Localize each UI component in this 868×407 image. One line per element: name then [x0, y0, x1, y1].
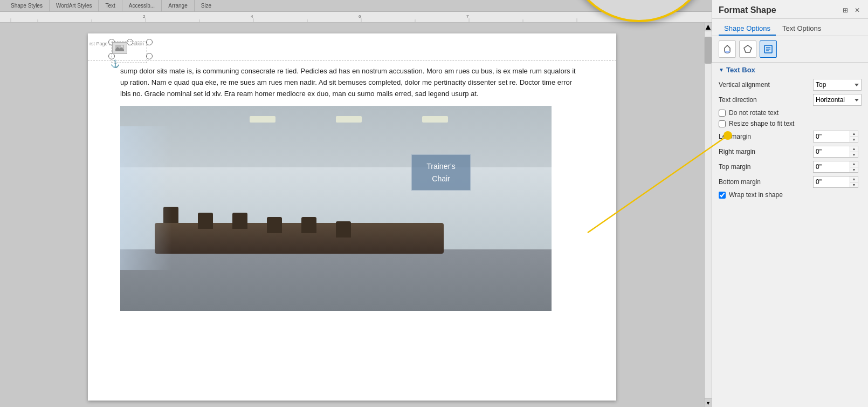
left-margin-spinner[interactable]: ▲ ▼	[850, 131, 858, 143]
top-margin-row: Top margin ▲ ▼	[712, 159, 868, 174]
resize-shape-row: Resize shape to fit text	[712, 118, 868, 129]
anchor-icon: ⚓	[111, 59, 120, 68]
pentagon-icon	[743, 44, 753, 54]
right-margin-input[interactable]	[813, 146, 850, 158]
textbox-options-icon-btn[interactable]	[760, 40, 777, 58]
page-content: sump dolor sits mate is, is communing co…	[88, 60, 616, 327]
conference-image: Trainer's Chair	[120, 106, 552, 311]
paragraph-body: sump dolor sits mate is, is communing co…	[120, 67, 576, 98]
vertical-scrollbar[interactable]: ▲ ▼	[704, 23, 712, 407]
ceiling-light-1	[250, 116, 275, 122]
scroll-thumb[interactable]	[705, 37, 712, 64]
do-not-rotate-label[interactable]: Do not rotate text	[729, 109, 779, 117]
tab-shape-options[interactable]: Shape Options	[719, 22, 776, 36]
do-not-rotate-checkbox[interactable]	[719, 110, 726, 117]
right-margin-row: Right margin ▲ ▼	[712, 144, 868, 159]
top-margin-control: ▲ ▼	[813, 161, 862, 173]
window-light	[120, 126, 172, 270]
scroll-up-arrow[interactable]: ▲	[705, 23, 712, 31]
ribbon-section-text: Text	[99, 0, 122, 11]
paragraph-text: sump dolor sits mate is, is communing co…	[120, 66, 584, 99]
panel-pin-button[interactable]: ⊞	[841, 6, 850, 15]
wrap-text-checkbox[interactable]	[719, 192, 726, 199]
bottom-margin-control: ▲ ▼	[813, 176, 862, 188]
ribbon-label-text: Text	[105, 3, 115, 9]
room-floor	[120, 249, 552, 311]
right-margin-spinner[interactable]: ▲ ▼	[850, 146, 858, 158]
ceiling-light-3	[422, 116, 448, 122]
left-margin-input[interactable]	[813, 131, 850, 143]
bottom-margin-label: Bottom margin	[719, 178, 813, 186]
bottom-margin-input[interactable]	[813, 176, 850, 188]
textbox-section-header[interactable]: ▼ Text Box	[712, 63, 868, 77]
left-margin-down[interactable]: ▼	[850, 137, 858, 143]
fill-effects-icon-btn[interactable]	[719, 40, 736, 58]
resize-shape-checkbox[interactable]	[719, 120, 726, 127]
textbox-icon	[763, 44, 773, 54]
text-direction-label: Text direction	[719, 96, 813, 104]
top-margin-spinner[interactable]: ▲ ▼	[850, 161, 858, 173]
ribbon-label-wordart: WordArt Styles	[56, 3, 92, 9]
ribbon-section-size: Size	[195, 0, 218, 11]
document-scroll[interactable]: rst Page Header -Section 1-	[0, 23, 704, 407]
text-direction-select[interactable]: Horizontal Rotate all text 90° Rotate al…	[813, 94, 862, 106]
right-margin-up[interactable]: ▲	[850, 146, 858, 152]
ribbon-section-arrange: Arrange	[162, 0, 195, 11]
wrap-text-row: Wrap text in shape	[712, 189, 868, 200]
fill-effects-icon	[722, 44, 732, 54]
section-title-label: Text Box	[726, 66, 755, 74]
tab-shape-options-label: Shape Options	[724, 24, 770, 32]
panel-tabs: Shape Options Text Options	[712, 19, 868, 36]
ribbon-section-accessibility: Accessib...	[122, 0, 162, 11]
selection-handle-tc	[127, 39, 133, 45]
vertical-alignment-row: Vertical alignment Top Middle Bottom	[712, 77, 868, 92]
vertical-alignment-control: Top Middle Bottom	[813, 79, 862, 91]
panel-header: Format Shape ⊞ ✕	[712, 0, 868, 19]
svg-text:7: 7	[466, 14, 469, 19]
panel-close-button[interactable]: ✕	[853, 6, 862, 15]
chair-2	[198, 213, 213, 229]
top-margin-input[interactable]	[813, 161, 850, 173]
section-chevron-icon: ▼	[719, 67, 724, 73]
page-header: rst Page Header -Section 1-	[88, 33, 616, 60]
chair-4	[267, 217, 282, 233]
chair-6	[336, 221, 351, 238]
tab-text-options[interactable]: Text Options	[777, 22, 826, 36]
text-direction-row: Text direction Horizontal Rotate all tex…	[712, 92, 868, 107]
format-shape-panel: Format Shape ⊞ ✕ Shape Options Text Opti…	[712, 0, 868, 407]
scroll-down-arrow[interactable]: ▼	[705, 398, 712, 407]
right-margin-down[interactable]: ▼	[850, 152, 858, 158]
text-direction-control: Horizontal Rotate all text 90° Rotate al…	[813, 94, 862, 106]
vertical-alignment-select[interactable]: Top Middle Bottom	[813, 79, 862, 91]
trainers-chair-text: Trainer's Chair	[426, 162, 456, 182]
bottom-margin-row: Bottom margin ▲ ▼	[712, 174, 868, 189]
chair-3	[232, 213, 247, 229]
left-margin-control: ▲ ▼	[813, 131, 862, 143]
selection-handle-mr	[146, 53, 153, 59]
bottom-margin-spinner[interactable]: ▲ ▼	[850, 176, 858, 188]
left-margin-label: Left margin	[719, 133, 813, 140]
bottom-margin-up[interactable]: ▲	[850, 177, 858, 182]
tab-text-options-label: Text Options	[782, 24, 821, 32]
top-margin-down[interactable]: ▼	[850, 167, 858, 173]
left-margin-row: Left margin ▲ ▼	[712, 129, 868, 144]
do-not-rotate-row: Do not rotate text	[712, 107, 868, 118]
top-margin-up[interactable]: ▲	[850, 161, 858, 167]
panel-title: Format Shape	[719, 5, 776, 15]
wrap-text-label[interactable]: Wrap text in shape	[729, 191, 783, 199]
ceiling-light-2	[336, 116, 362, 122]
ribbon-label-shape-styles: Shape Styles	[11, 3, 43, 9]
chair-5	[301, 217, 316, 233]
ribbon-label-accessibility: Accessib...	[129, 3, 155, 9]
svg-point-18	[121, 45, 123, 48]
document-page: rst Page Header -Section 1-	[88, 33, 616, 401]
shape-options-icon-btn[interactable]	[739, 40, 756, 58]
right-margin-control: ▲ ▼	[813, 146, 862, 158]
right-margin-label: Right margin	[719, 148, 813, 155]
left-margin-up[interactable]: ▲	[850, 131, 858, 137]
image-placeholder	[112, 42, 127, 54]
bottom-margin-down[interactable]: ▼	[850, 182, 858, 188]
panel-controls: ⊞ ✕	[841, 6, 862, 15]
resize-shape-label[interactable]: Resize shape to fit text	[729, 120, 794, 127]
svg-text:2: 2	[143, 14, 146, 19]
